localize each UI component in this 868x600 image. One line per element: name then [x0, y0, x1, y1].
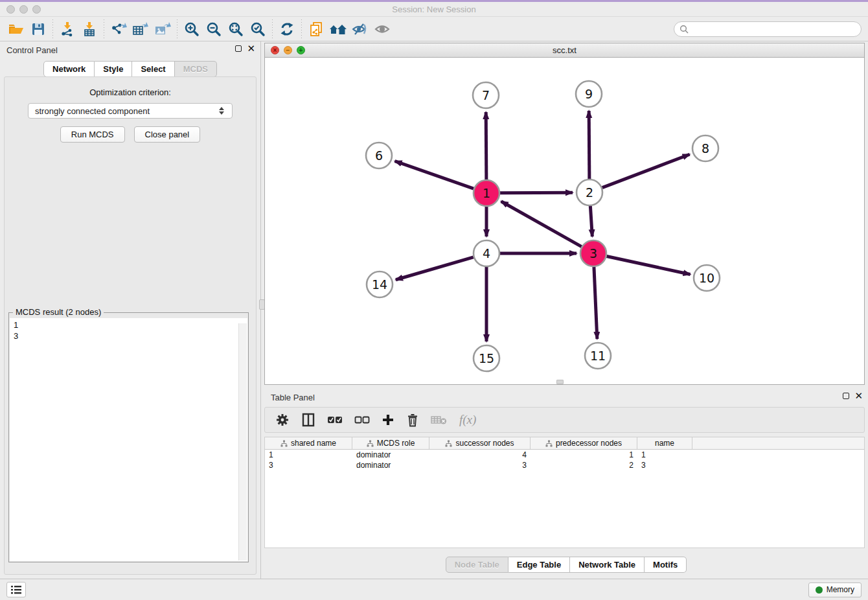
export-network-button[interactable]	[108, 19, 130, 39]
delete-table-button	[431, 414, 448, 426]
node-15[interactable]: 15	[474, 345, 499, 371]
save-session-button[interactable]	[27, 19, 49, 39]
node-1[interactable]: 1	[474, 180, 499, 206]
node-table[interactable]: shared nameMCDS rolesuccessor nodesprede…	[264, 437, 865, 548]
table-row[interactable]: 3dominator323	[265, 460, 864, 470]
clone-network-button[interactable]	[305, 19, 327, 39]
close-panel-button[interactable]: Close panel	[134, 126, 201, 143]
edge-1-6[interactable]	[395, 161, 474, 189]
network-canvas[interactable]: 7968124314101511	[265, 58, 864, 384]
table-cell[interactable]: 1	[265, 450, 352, 460]
tab-network[interactable]: Network	[43, 61, 95, 77]
table-header-row: shared nameMCDS rolesuccessor nodesprede…	[265, 437, 864, 450]
node-14[interactable]: 14	[367, 271, 393, 297]
column-header-MCDS-role[interactable]: MCDS role	[352, 437, 429, 449]
import-table-icon	[82, 21, 97, 37]
apply-layout-button[interactable]	[276, 19, 298, 39]
tab-style[interactable]: Style	[95, 61, 132, 77]
network-graph[interactable]: 7968124314101511	[265, 58, 863, 384]
float-table-panel-icon[interactable]	[843, 393, 849, 399]
delete-table-icon	[431, 414, 448, 426]
node-11[interactable]: 11	[585, 343, 611, 369]
table-cell[interactable]: 3	[429, 460, 531, 470]
float-panel-icon[interactable]	[235, 45, 242, 52]
search-input[interactable]	[692, 25, 856, 34]
zoom-fit-button[interactable]	[225, 19, 247, 39]
show-hidden-button[interactable]	[371, 19, 393, 39]
zoom-in-button[interactable]	[181, 19, 203, 39]
criterion-select[interactable]: strongly connected component	[28, 103, 233, 119]
edge-2-8[interactable]	[602, 154, 690, 187]
node-6[interactable]: 6	[366, 143, 392, 168]
node-7[interactable]: 7	[473, 82, 499, 108]
task-history-button[interactable]	[6, 582, 26, 597]
control-panel-title: Control Panel	[6, 45, 58, 55]
toolbar-separator	[104, 19, 104, 39]
table-cell[interactable]: 1	[637, 450, 692, 460]
columns-icon	[301, 413, 315, 427]
delete-column-button[interactable]	[406, 413, 419, 427]
table-row[interactable]: 1dominator411	[265, 450, 864, 460]
table-cell[interactable]: 3	[637, 460, 692, 470]
import-table-button[interactable]	[78, 19, 100, 39]
table-cell[interactable]: 2	[531, 460, 637, 470]
mcds-result-area[interactable]: 1 3	[10, 318, 247, 561]
column-header-shared-name[interactable]: shared name	[265, 437, 352, 449]
edge-3-10[interactable]	[607, 256, 691, 274]
node-9[interactable]: 9	[576, 81, 602, 107]
close-panel-icon[interactable]: ✕	[247, 45, 255, 52]
import-network-button[interactable]	[56, 19, 78, 39]
memory-button[interactable]: Memory	[808, 583, 862, 597]
select-all-columns-button[interactable]	[327, 415, 343, 425]
edge-2-9[interactable]	[589, 111, 589, 179]
status-bar: Memory	[0, 579, 868, 600]
column-browser-button[interactable]	[301, 413, 315, 427]
table-cell[interactable]: dominator	[352, 460, 429, 470]
table-cell[interactable]: 4	[429, 450, 531, 460]
hide-selected-button[interactable]	[349, 19, 371, 39]
column-type-icon	[367, 440, 374, 447]
export-table-button[interactable]	[130, 19, 152, 39]
horizontal-divider-grip[interactable]	[556, 380, 564, 384]
close-table-panel-icon[interactable]: ✕	[854, 393, 863, 399]
edge-1-7[interactable]	[486, 112, 486, 179]
zoom-in-icon	[184, 21, 200, 37]
unselect-all-columns-button[interactable]	[354, 415, 370, 425]
table-cell[interactable]: 3	[265, 460, 352, 470]
column-header-predecessor-nodes[interactable]: predecessor nodes	[531, 437, 637, 449]
control-panel-header: Control Panel ✕	[0, 41, 260, 58]
node-8[interactable]: 8	[692, 135, 718, 161]
zoom-selected-button[interactable]	[247, 19, 269, 39]
tab-motifs[interactable]: Motifs	[645, 557, 687, 573]
edge-3-1[interactable]	[501, 202, 582, 247]
export-image-button[interactable]	[152, 19, 174, 39]
node-4[interactable]: 4	[474, 240, 499, 266]
search-box[interactable]	[674, 21, 862, 37]
tab-node-table[interactable]: Node Table	[446, 557, 508, 573]
svg-text:8: 8	[702, 141, 709, 156]
create-column-button[interactable]	[382, 413, 394, 426]
tab-edge-table[interactable]: Edge Table	[508, 557, 570, 573]
table-cell[interactable]: 1	[531, 450, 637, 460]
open-session-button[interactable]	[5, 19, 27, 39]
column-header-successor-nodes[interactable]: successor nodes	[429, 437, 531, 449]
edge-4-14[interactable]	[396, 257, 474, 280]
tab-mcds[interactable]: MCDS	[175, 61, 217, 77]
table-settings-button[interactable]	[275, 413, 290, 427]
edge-1-2[interactable]	[500, 192, 573, 193]
memory-status-icon	[816, 586, 823, 594]
network-window-titlebar[interactable]: × − + scc.txt	[265, 43, 864, 58]
tab-select[interactable]: Select	[132, 61, 174, 77]
show-all-button[interactable]	[327, 19, 349, 39]
node-10[interactable]: 10	[694, 265, 720, 291]
node-3[interactable]: 3	[580, 240, 606, 266]
column-header-name[interactable]: name	[637, 437, 692, 449]
result-scrollbar[interactable]	[238, 323, 247, 560]
edge-3-11[interactable]	[594, 267, 597, 339]
node-2[interactable]: 2	[577, 179, 602, 205]
zoom-out-button[interactable]	[203, 19, 225, 39]
edge-2-3[interactable]	[590, 206, 592, 237]
table-cell[interactable]: dominator	[352, 450, 429, 460]
tab-network-table[interactable]: Network Table	[570, 557, 645, 573]
run-mcds-button[interactable]: Run MCDS	[60, 126, 125, 143]
